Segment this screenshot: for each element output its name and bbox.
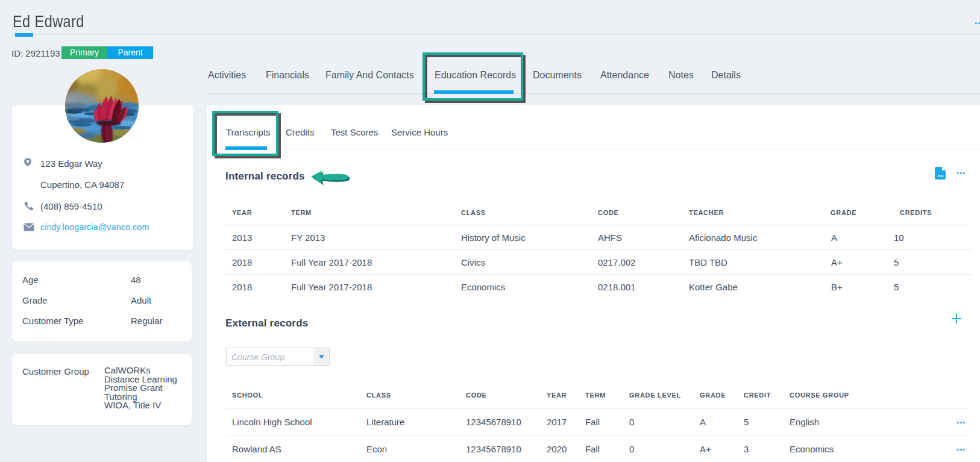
svg-text:.xlsx: .xlsx — [937, 174, 943, 178]
